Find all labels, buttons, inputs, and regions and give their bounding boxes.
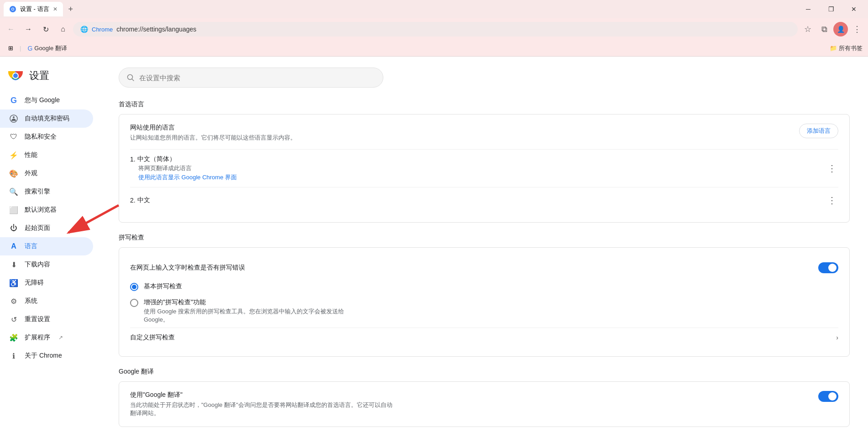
profile-button[interactable]: 👤 (833, 22, 848, 36)
custom-spellcheck-label: 自定义拼写检查 (130, 333, 175, 342)
divider-bar: | (20, 45, 21, 52)
toolbar: ← → ↻ ⌂ 🌐 Chrome chrome://settings/langu… (0, 18, 868, 40)
external-link-icon: ↗ (58, 334, 63, 341)
enhanced-spellcheck-label: 增强的"拼写检查"功能 (144, 298, 344, 307)
google-translate-desc: 当此功能处于开启状态时，"Google 翻译"会询问您是否要将网站翻译成您的首选… (130, 401, 395, 417)
sidebar-title: 设置 (29, 69, 49, 83)
spellcheck-card: 在网页上输入文字时检查是否有拼写错误 基本拼写检查 增强的"拼写检查"功能 使用 (119, 247, 850, 357)
sidebar-item-privacy[interactable]: 🛡 隐私和安全 (0, 128, 93, 146)
basic-spellcheck-label: 基本拼写检查 (144, 282, 182, 291)
svg-line-8 (132, 79, 134, 81)
settings-search-box[interactable] (119, 68, 383, 88)
sidebar-item-default-browser[interactable]: ⬜ 默认浏览器 (0, 201, 93, 219)
lang-number-2: 2. (130, 197, 136, 204)
sidebar-item-downloads[interactable]: ⬇ 下载内容 (0, 255, 93, 274)
sidebar-item-startup[interactable]: ⏻ 起始页面 (0, 219, 93, 237)
extensions-icon: 🧩 (9, 333, 18, 342)
sidebar-item-label: 关于 Chrome (25, 352, 62, 360)
lang-link-1[interactable]: 使用此语言显示 Google Chrome 界面 (130, 173, 237, 182)
svg-point-6 (13, 116, 15, 118)
reload-button[interactable]: ↻ (38, 22, 53, 36)
content-area: 首选语言 网站使用的语言 让网站知道您所用的语言。它们将尽可能以这些语言显示内容… (100, 57, 868, 437)
search-input[interactable] (139, 74, 376, 82)
lang-name-2: 中文 (137, 196, 150, 204)
close-button[interactable]: ✕ (843, 2, 864, 16)
sidebar-item-autofill[interactable]: 自动填充和密码 (0, 109, 93, 128)
chrome-label: Chrome (92, 26, 113, 33)
menu-button[interactable]: ⋮ (850, 22, 864, 36)
sidebar-item-extensions[interactable]: 🧩 扩展程序 ↗ (0, 328, 93, 347)
google-translate-icon: G (27, 45, 32, 52)
new-tab-button[interactable]: + (65, 3, 77, 16)
sidebar-item-search-engine[interactable]: 🔍 搜索引擎 (0, 182, 93, 201)
accessibility-icon: ♿ (9, 278, 18, 287)
add-language-button[interactable]: 添加语言 (799, 124, 838, 138)
back-button[interactable]: ← (4, 22, 18, 36)
forward-button[interactable]: → (21, 22, 36, 36)
you-google-icon: G (9, 96, 18, 105)
window-controls: ─ ❐ ✕ (798, 2, 864, 16)
lang-more-btn-2[interactable]: ⋮ (826, 193, 838, 208)
chrome-icon-small: 🌐 (80, 26, 88, 33)
folder-icon: 📁 (830, 45, 837, 52)
apps-button[interactable]: ⊞ (5, 43, 16, 53)
enhanced-spellcheck-desc: 使用 Google 搜索所用的拼写检查工具。您在浏览器中输入的文字会被发送给Go… (144, 307, 344, 324)
sidebar-item-languages[interactable]: A 语言 (0, 237, 93, 255)
chrome-logo (7, 68, 24, 84)
preferred-language-title: 首选语言 (119, 100, 850, 109)
sidebar-item-system[interactable]: ⚙ 系统 (0, 292, 93, 310)
enhanced-spellcheck-radio[interactable]: 增强的"拼写检查"功能 使用 Google 搜索所用的拼写检查工具。您在浏览器中… (130, 295, 838, 328)
google-translate-bookmark[interactable]: G Google 翻译 (25, 42, 69, 54)
main-layout: 设置 G 您与 Google 自动填充和密码 🛡 隐私和安全 ⚡ 性能 🎨 外观… (0, 57, 868, 437)
lang-more-btn-1[interactable]: ⋮ (826, 161, 838, 176)
all-bookmarks[interactable]: 📁 所有书签 (830, 44, 863, 52)
custom-spellcheck-row[interactable]: 自定义拼写检查 › (130, 328, 838, 347)
address-text: chrome://settings/languages (116, 26, 196, 33)
sidebar-item-label: 系统 (25, 297, 37, 305)
website-languages-desc: 让网站知道您所用的语言。它们将尽可能以这些语言显示内容。 (130, 134, 799, 142)
apps-icon: ⊞ (8, 45, 13, 52)
sidebar-item-label: 隐私和安全 (25, 133, 57, 141)
active-tab[interactable]: 设置 - 语言 ✕ (4, 2, 63, 16)
sidebar-item-performance[interactable]: ⚡ 性能 (0, 146, 93, 164)
sidebar-item-about[interactable]: ℹ 关于 Chrome (0, 347, 93, 365)
sidebar-item-accessibility[interactable]: ♿ 无障碍 (0, 274, 93, 292)
minimize-button[interactable]: ─ (798, 2, 819, 16)
sidebar-item-appearance[interactable]: 🎨 外观 (0, 164, 93, 182)
spellcheck-toggle[interactable] (818, 262, 838, 273)
downloads-icon: ⬇ (9, 260, 18, 269)
startup-icon: ⏻ (9, 224, 18, 233)
performance-icon: ⚡ (9, 151, 18, 160)
tab-title: 设置 - 语言 (20, 5, 49, 13)
google-translate-info: 使用"Google 翻译" 当此功能处于开启状态时，"Google 翻译"会询问… (130, 391, 395, 417)
sidebar-item-label: 搜索引擎 (25, 187, 50, 196)
tab-close-btn[interactable]: ✕ (53, 6, 58, 12)
privacy-icon: 🛡 (9, 132, 18, 141)
extensions-button[interactable]: ⧉ (817, 22, 831, 36)
address-bar[interactable]: 🌐 Chrome chrome://settings/languages (73, 22, 798, 36)
system-icon: ⚙ (9, 297, 18, 306)
sidebar-item-label: 语言 (25, 242, 37, 250)
lang-sub1-1: 将网页翻译成此语言 (130, 164, 237, 172)
home-button[interactable]: ⌂ (56, 22, 70, 36)
restore-button[interactable]: ❐ (821, 2, 842, 16)
sidebar-header: 设置 (0, 64, 100, 91)
lang-number-1: 1. (130, 156, 136, 163)
svg-point-4 (13, 73, 18, 78)
basic-spellcheck-radio[interactable]: 基本拼写检查 (130, 279, 838, 295)
search-icon (126, 73, 135, 82)
bookmark-button[interactable]: ☆ (800, 22, 815, 36)
google-translate-label: 使用"Google 翻译" (130, 391, 395, 399)
autofill-icon (9, 114, 18, 123)
google-translate-toggle[interactable] (818, 391, 838, 402)
sidebar-item-label: 无障碍 (25, 279, 44, 287)
sidebar-item-label: 下载内容 (25, 260, 50, 269)
spellcheck-label: 在网页上输入文字时检查是否有拼写错误 (130, 264, 245, 272)
basic-spellcheck-radio-circle (130, 283, 138, 291)
bookmarks-bar: ⊞ | G Google 翻译 📁 所有书签 (0, 40, 868, 57)
language-item-2: 2. 中文 ⋮ (130, 187, 838, 213)
sidebar-item-reset[interactable]: ↺ 重置设置 (0, 310, 93, 328)
sidebar-item-you-google[interactable]: G 您与 Google (0, 91, 93, 109)
sidebar-item-label: 扩展程序 (25, 333, 50, 342)
sidebar-item-label: 性能 (25, 151, 37, 159)
